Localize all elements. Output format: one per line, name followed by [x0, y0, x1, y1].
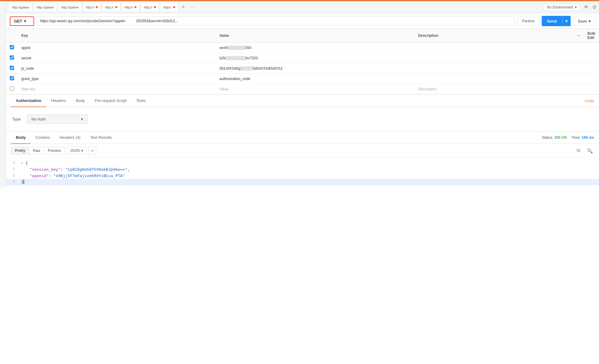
save-button[interactable]: Save ▾ [573, 17, 595, 26]
tab-5[interactable]: http:// [102, 2, 121, 12]
secret-blur [225, 56, 246, 60]
params-button[interactable]: Params [517, 17, 539, 25]
copy-icon[interactable]: ⧉ [576, 147, 581, 155]
time-value: 160 ms [582, 135, 594, 140]
line-num-4: 4 [6, 179, 20, 185]
new-param-row: New key Value Description [6, 84, 599, 94]
url-bar: GET ▾ Params Send ▾ Save ▾ [6, 13, 599, 29]
gear-icon[interactable]: ⚙ [592, 4, 597, 10]
code-link[interactable]: Code [585, 99, 594, 103]
code-line-3: 3 "openid": "o9Kjj5FTmFajvzmhRVtsBCva_PT… [6, 173, 599, 179]
res-tab-cookies-label: Cookies [36, 135, 50, 140]
tab-prerequest-label: Pre-request Script [95, 98, 127, 103]
tab-7[interactable]: http:// [140, 2, 159, 12]
jscode-key: js_code [18, 63, 216, 74]
secret-key: secret [18, 53, 216, 63]
tab-6-dot [134, 6, 136, 8]
environment-label: No Environment [547, 5, 573, 9]
line-num-1: 1 [6, 160, 20, 166]
response-tabs-bar: Body Cookies Headers (4) Test Results St… [6, 131, 599, 144]
body-format-bar: Pretty Raw Preview JSON ▾ ≡ ⧉ 🔍 [6, 144, 599, 158]
param-row-jscode: js_code 081v8XSd0g 5d0xKXSd0v8XS1 [6, 63, 599, 74]
eye-icon[interactable]: 👁 [584, 5, 589, 10]
res-tab-cookies[interactable]: Cookies [31, 131, 55, 144]
json-format-label: JSON [70, 149, 80, 153]
tab-6[interactable]: http:// [121, 2, 140, 12]
search-icon[interactable]: 🔍 [586, 147, 594, 155]
status-label: Status: [542, 135, 553, 140]
add-tab-button[interactable]: + [179, 3, 188, 12]
tab-headers[interactable]: Headers [46, 95, 71, 107]
tab-prerequest[interactable]: Pre-request Script [90, 95, 132, 107]
collapse-arrow-icon[interactable]: ▾ [21, 161, 23, 165]
save-chevron-icon: ▾ [589, 19, 591, 23]
tab-8[interactable]: https: [160, 2, 179, 12]
send-button[interactable]: Send ▾ [542, 16, 571, 26]
res-tab-testresults[interactable]: Test Results [85, 131, 117, 144]
appid-blur [228, 46, 245, 50]
jscode-desc [415, 63, 573, 74]
granttype-value: authorization_code [216, 74, 414, 84]
tab-bar: http://gatew http://gatew http://gatew h… [6, 1, 599, 13]
tab-8-dot [173, 6, 175, 8]
sidebar-strip [0, 1, 6, 188]
tab-authorization-label: Authorization [16, 98, 41, 103]
tab-tests-label: Tests [136, 98, 145, 103]
tab-body[interactable]: Body [71, 95, 90, 107]
secret-checkbox[interactable] [10, 55, 14, 60]
method-dropdown[interactable]: GET ▾ [10, 16, 34, 26]
tab-authorization[interactable]: Authorization [11, 95, 46, 107]
res-tab-headers[interactable]: Headers (4) [55, 131, 85, 144]
tab-4-label: http:// [86, 5, 94, 9]
jscode-checkbox[interactable] [10, 66, 14, 70]
wrap-icon[interactable]: ≡ [88, 146, 96, 155]
code-line-1: 1 ▾ { [6, 160, 599, 166]
tab-1[interactable]: http://gatew [9, 2, 33, 12]
secret-desc [415, 53, 573, 63]
tab-2[interactable]: http://gatew [33, 2, 57, 12]
param-row-appid: appid wx44 393 [6, 43, 599, 53]
tab-6-label: http:// [125, 5, 133, 9]
appid-checkbox[interactable] [10, 45, 14, 49]
url-input[interactable] [37, 16, 515, 26]
tab-4-dot [96, 6, 98, 8]
tab-7-dot [154, 6, 156, 8]
granttype-desc [415, 74, 573, 84]
tab-tests[interactable]: Tests [131, 95, 150, 107]
auth-type-select[interactable]: No Auth ▾ [27, 114, 88, 124]
time-label: Time: [572, 135, 581, 140]
more-tabs-button[interactable]: ··· [188, 5, 197, 10]
auth-section: Type No Auth ▾ [6, 107, 599, 131]
json-format-select[interactable]: JSON ▾ [67, 147, 87, 155]
line-num-3: 3 [6, 173, 20, 179]
line-content-2: "session_key": "CpB1QgHahQfhVHakBJp6kw==… [20, 166, 599, 173]
format-raw[interactable]: Raw [29, 147, 44, 154]
response-section: Body Cookies Headers (4) Test Results St… [6, 131, 599, 188]
type-label: Type [12, 117, 21, 121]
format-group: Pretty Raw Preview [11, 147, 65, 155]
environment-select[interactable]: No Environment ▾ [544, 4, 580, 11]
key-header: Key [18, 29, 216, 43]
status-value: 200 OK [555, 135, 567, 140]
format-preview[interactable]: Preview [44, 147, 65, 154]
send-arrow-icon[interactable]: ▾ [562, 16, 571, 26]
res-tab-testresults-label: Test Results [90, 135, 112, 140]
code-line-2: 2 "session_key": "CpB1QgHahQfhVHakBJp6kw… [6, 166, 599, 173]
more-options-icon[interactable]: ··· [573, 29, 584, 43]
tab-3[interactable]: http://gatew [58, 2, 82, 12]
line-content-1: ▾ { [20, 160, 599, 166]
bulk-edit-button[interactable]: Bulk Edit [584, 29, 599, 43]
granttype-checkbox[interactable] [10, 76, 14, 80]
tab-3-label: http://gatew [61, 5, 79, 9]
params-section: Key Value Description ··· Bulk Edit appi… [6, 29, 599, 95]
new-param-checkbox[interactable] [10, 86, 14, 91]
format-pretty[interactable]: Pretty [11, 147, 29, 154]
new-key-input-cell: New key [18, 84, 216, 94]
new-value-input-cell: Value [216, 84, 414, 94]
chevron-down-icon: ▾ [575, 5, 577, 9]
res-tab-body-label: Body [16, 135, 26, 140]
param-row-secret: secret b2b bc7203 [6, 53, 599, 63]
tab-4[interactable]: http:// [83, 2, 101, 12]
desc-header: Description [415, 29, 573, 43]
res-tab-body[interactable]: Body [11, 131, 31, 144]
